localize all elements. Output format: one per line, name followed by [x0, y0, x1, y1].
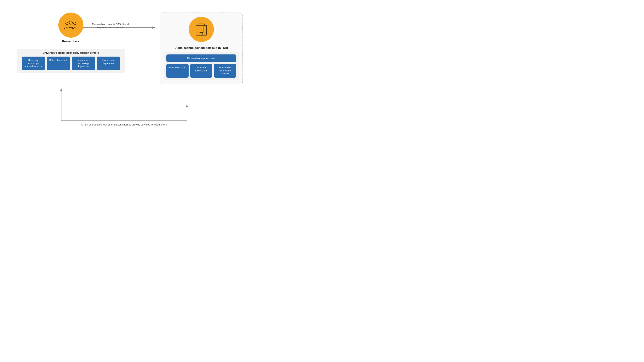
- dtsh-box: Digital technology support hub (DTSH) Re…: [160, 12, 243, 84]
- researchers-icon: [58, 12, 84, 38]
- diagram-content: Researchers University's digital technol…: [5, 7, 252, 138]
- svg-point-12: [66, 22, 68, 24]
- svg-point-13: [74, 22, 76, 24]
- dtsh-sub-row: In-house IT team In-house researchers Em…: [166, 64, 236, 78]
- left-side: Researchers University's digital technol…: [15, 12, 127, 73]
- btn-utrc: University technology research centers: [22, 56, 45, 70]
- researchers-label: Researchers: [62, 39, 80, 43]
- dtsh-inner-box: Researcher support team In-house IT team…: [164, 52, 239, 80]
- btn-inhouse-researchers: In-house researchers: [190, 64, 212, 78]
- researcher-support-team-btn: Researcher support team: [166, 54, 236, 62]
- researchers-block: Researchers: [58, 12, 84, 43]
- support-centers-box: University's digital technology support …: [17, 49, 125, 73]
- building-svg: [194, 22, 208, 37]
- dtsh-icon-row: [189, 17, 214, 44]
- svg-rect-21: [200, 32, 203, 35]
- dtsh-icon: [189, 17, 214, 42]
- diagram-wrapper: Researcher contacts DTSH for all digital…: [5, 7, 252, 138]
- btn-or: Office of research: [47, 56, 70, 70]
- svg-rect-14: [196, 25, 206, 35]
- support-centers-title: University's digital technology support …: [20, 51, 122, 54]
- btn-pd: Procurement department: [97, 56, 120, 70]
- btn-itd: Information technology department: [72, 56, 95, 70]
- dtsh-label: Digital technology support hub (DTSH): [174, 46, 228, 49]
- blue-buttons-row: University technology research centers O…: [20, 56, 122, 70]
- btn-vendors: Empaneled technology vendors: [214, 64, 236, 78]
- svg-point-11: [69, 21, 72, 24]
- btn-it-team: In-house IT team: [166, 64, 188, 78]
- researchers-svg: [64, 18, 78, 32]
